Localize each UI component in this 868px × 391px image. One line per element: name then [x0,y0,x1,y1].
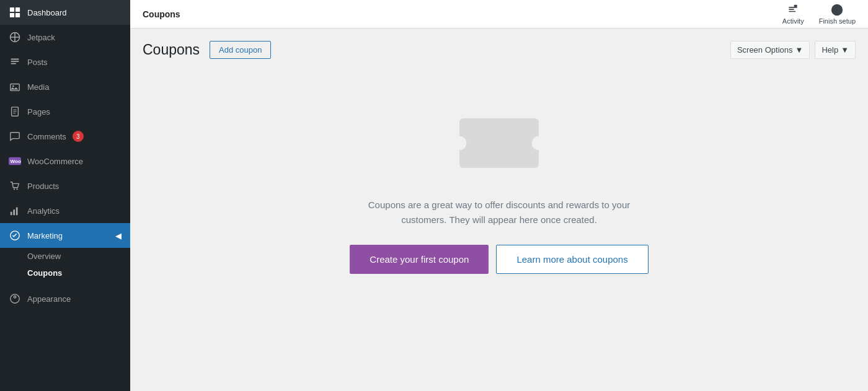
empty-state-description: Coupons are a great way to offer discoun… [350,198,648,227]
svg-rect-18 [459,118,539,168]
media-icon [9,81,21,93]
sidebar-item-appearance[interactable]: Appearance [0,286,130,311]
main-area: Coupons Activity Finish setup Coupons Ad… [130,0,868,391]
pages-icon [9,105,21,118]
activity-label: Activity [782,17,804,25]
sidebar-item-label: Jetpack [27,33,55,42]
screen-options-label: Screen Options [737,45,793,55]
comments-icon [9,130,21,143]
content-area: Coupons Add coupon Screen Options ▼ Help… [130,29,868,391]
svg-rect-13 [13,209,15,215]
finish-setup-button[interactable]: Finish setup [819,4,856,25]
posts-icon [9,56,21,68]
sidebar-item-jetpack[interactable]: Jetpack [0,25,130,50]
sidebar-item-label: Analytics [27,206,60,216]
chevron-down-icon: ▼ [795,45,804,55]
sidebar-item-label: Products [27,182,59,191]
sidebar-item-label: Marketing [27,231,63,240]
sidebar-item-label: Posts [27,58,48,67]
sidebar-sub-overview[interactable]: Overview [0,248,130,265]
help-button[interactable]: Help ▼ [815,41,856,59]
svg-point-10 [14,188,15,190]
svg-rect-16 [794,4,797,6]
sidebar-item-label: Comments [27,132,66,141]
finish-setup-label: Finish setup [819,17,856,25]
topbar: Coupons Activity Finish setup [130,0,868,29]
activity-button[interactable]: Activity [782,4,804,25]
svg-rect-2 [10,13,14,17]
create-first-coupon-button[interactable]: Create your first coupon [350,245,489,274]
svg-point-17 [832,4,843,15]
sidebar-item-analytics[interactable]: Analytics [0,198,130,223]
sidebar-item-label: Dashboard [27,8,67,17]
svg-point-6 [12,86,14,87]
help-label: Help [822,45,838,55]
topbar-title: Coupons [143,9,180,19]
finish-setup-icon [831,4,843,16]
products-icon [9,180,21,192]
sidebar-item-label: WooCommerce [27,157,83,166]
empty-state: Coupons are a great way to offer discoun… [143,69,856,311]
jetpack-icon [9,31,21,43]
svg-rect-14 [16,208,18,216]
woo-icon: Woo [9,155,21,167]
sidebar-item-label: Pages [27,107,50,116]
analytics-icon [9,204,21,217]
page-header-right: Screen Options ▼ Help ▼ [730,41,856,59]
sidebar-sub-coupons[interactable]: Coupons [0,265,130,281]
sidebar-item-label: Appearance [27,294,71,304]
page-heading: Coupons [143,42,200,58]
page-header-left: Coupons Add coupon [143,41,271,59]
sidebar-item-marketing[interactable]: Marketing ◀ [0,223,130,248]
svg-rect-5 [11,84,19,91]
sidebar-item-label: Media [27,82,49,92]
sidebar-item-products[interactable]: Products [0,174,130,198]
chevron-down-icon: ▼ [841,45,849,55]
sidebar-item-woocommerce[interactable]: Woo WooCommerce [0,149,130,174]
topbar-right: Activity Finish setup [782,4,856,25]
svg-rect-1 [16,7,20,12]
coupon-illustration [450,106,549,180]
dashboard-icon [9,6,21,19]
svg-point-20 [532,136,546,150]
svg-rect-12 [11,212,12,215]
active-arrow-icon: ◀ [115,231,122,240]
add-coupon-button[interactable]: Add coupon [210,41,271,59]
sidebar-item-media[interactable]: Media [0,74,130,99]
appearance-icon [9,292,21,305]
sidebar-item-dashboard[interactable]: Dashboard [0,0,130,25]
svg-point-19 [453,136,466,150]
svg-rect-0 [10,7,14,12]
page-header: Coupons Add coupon Screen Options ▼ Help… [143,41,856,59]
empty-state-actions: Create your first coupon Learn more abou… [350,245,648,274]
sidebar-item-pages[interactable]: Pages [0,99,130,124]
sidebar-item-comments[interactable]: Comments 3 [0,124,130,149]
activity-icon [787,4,799,16]
svg-text:Woo: Woo [11,159,21,164]
screen-options-button[interactable]: Screen Options ▼ [730,41,810,59]
learn-more-coupons-button[interactable]: Learn more about coupons [496,245,648,274]
sidebar: Dashboard Jetpack Posts Media Pages Comm… [0,0,130,391]
svg-rect-3 [16,13,20,17]
comments-badge: 3 [73,131,84,142]
marketing-icon [9,229,21,242]
sidebar-item-posts[interactable]: Posts [0,50,130,74]
svg-point-11 [17,188,18,190]
